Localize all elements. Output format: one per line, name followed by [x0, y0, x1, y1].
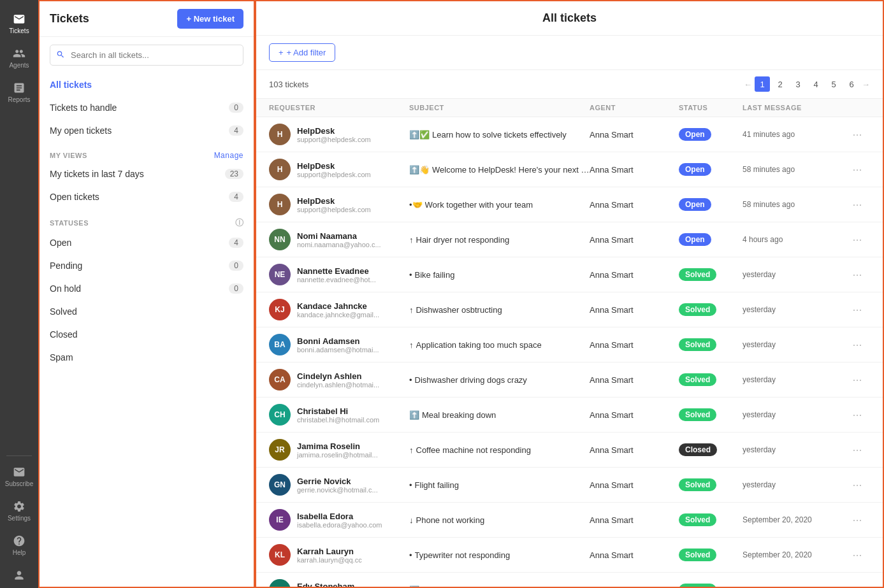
- sidebar-item-open[interactable]: Open 4: [40, 231, 254, 254]
- more-button[interactable]: ···: [844, 584, 870, 587]
- sidebar-item-tickets-to-handle[interactable]: Tickets to handle 0: [40, 96, 254, 119]
- sidebar-item-on-hold[interactable]: On hold 0: [40, 277, 254, 300]
- requester-cell: CH Christabel Hi christabel.hi@hotmail.c…: [269, 404, 409, 426]
- subject-cell: ⬆️ Speed boat failing: [409, 585, 590, 587]
- agent-cell: Anna Smart: [590, 445, 679, 455]
- sidebar-item-closed[interactable]: Closed: [40, 323, 254, 346]
- agent-cell: Anna Smart: [590, 165, 679, 175]
- status-cell: Solved: [679, 268, 743, 281]
- requester-email: christabel.hi@hotmail.com: [297, 416, 379, 424]
- requester-info: Gerrie Novick gerrie.novick@hotmail.c...: [297, 477, 378, 494]
- nav-item-reports[interactable]: Reports: [0, 75, 38, 110]
- sidebar-item-my-open-tickets[interactable]: My open tickets 4: [40, 119, 254, 142]
- sidebar: Tickets + New ticket All tickets Tickets…: [38, 0, 255, 588]
- table-row[interactable]: NE Nannette Evadnee nannette.evadnee@hot…: [256, 257, 883, 292]
- requester-email: bonni.adamsen@hotmai...: [297, 346, 379, 354]
- page-btn-5[interactable]: 5: [826, 76, 841, 92]
- avatar: NE: [269, 264, 291, 285]
- table-row[interactable]: KJ Kandace Jahncke kandace.jahncke@gmail…: [256, 292, 883, 327]
- nav-item-tickets[interactable]: Tickets: [0, 6, 38, 41]
- subject-cell: ⬆️👋 Welcome to HelpDesk! Here's your nex…: [409, 165, 590, 175]
- requester-cell: H HelpDesk support@helpdesk.com: [269, 124, 409, 145]
- more-button[interactable]: ···: [844, 478, 870, 492]
- agent-cell: Anna Smart: [590, 340, 679, 350]
- table-row[interactable]: ES Edy Stoneham edy.stoneham@yahoo.c... …: [256, 573, 883, 587]
- more-button[interactable]: ···: [844, 163, 870, 176]
- table-row[interactable]: CH Christabel Hi christabel.hi@hotmail.c…: [256, 398, 883, 433]
- avatar: CA: [269, 369, 291, 391]
- sidebar-item-my-tickets-last-7[interactable]: My tickets in last 7 days 23: [40, 162, 254, 185]
- more-button[interactable]: ···: [844, 408, 870, 422]
- table-row[interactable]: CA Cindelyn Ashlen cindelyn.ashlen@hotma…: [256, 362, 883, 398]
- table-row[interactable]: IE Isabella Edora isabella.edora@yahoo.c…: [256, 503, 883, 538]
- statuses-info-icon[interactable]: ⓘ: [235, 217, 244, 229]
- priority-icon: •: [409, 270, 412, 280]
- status-badge: Solved: [679, 408, 716, 421]
- page-btn-6[interactable]: 6: [844, 76, 859, 92]
- last-message: yesterday: [743, 340, 844, 349]
- more-button[interactable]: ···: [844, 303, 870, 317]
- page-btn-1[interactable]: 1: [755, 76, 770, 92]
- nav-item-help[interactable]: Help: [0, 528, 38, 563]
- requester-name: Nomi Naamana: [297, 231, 381, 241]
- manage-views-link[interactable]: Manage: [214, 151, 243, 160]
- filter-bar: + + Add filter: [256, 36, 883, 70]
- badge-on-hold: 0: [229, 283, 243, 294]
- more-button[interactable]: ···: [844, 513, 870, 527]
- more-button[interactable]: ···: [844, 233, 870, 247]
- sidebar-item-pending[interactable]: Pending 0: [40, 254, 254, 277]
- subject-text: Welcome to HelpDesk! Here's your next st…: [432, 165, 590, 175]
- last-message: yesterday: [743, 410, 844, 419]
- search-input[interactable]: [50, 45, 243, 66]
- table-row[interactable]: H HelpDesk support@helpdesk.com •🤝 Work …: [256, 187, 883, 222]
- nav-item-profile[interactable]: [0, 563, 38, 588]
- table-row[interactable]: JR Jamima Roselin jamima.roselin@hotmail…: [256, 433, 883, 468]
- sidebar-item-solved[interactable]: Solved: [40, 300, 254, 323]
- plus-icon: +: [279, 48, 284, 57]
- more-button[interactable]: ···: [844, 373, 870, 387]
- sidebar-item-spam[interactable]: Spam: [40, 346, 254, 369]
- add-filter-button[interactable]: + + Add filter: [269, 43, 335, 62]
- table-row[interactable]: KL Karrah Lauryn karrah.lauryn@qq.cc • T…: [256, 538, 883, 573]
- prev-page-arrow[interactable]: ←: [744, 80, 752, 89]
- more-button[interactable]: ···: [844, 268, 870, 282]
- subject-cell: ↓ Phone not working: [409, 515, 590, 525]
- last-message: 58 minutes ago: [743, 165, 844, 174]
- table-row[interactable]: H HelpDesk support@helpdesk.com ⬆️👋 Welc…: [256, 152, 883, 187]
- more-button[interactable]: ···: [844, 549, 870, 562]
- new-ticket-button[interactable]: + New ticket: [177, 9, 243, 29]
- sidebar-item-all-tickets[interactable]: All tickets: [40, 73, 254, 96]
- requester-cell: BA Bonni Adamsen bonni.adamsen@hotmai...: [269, 334, 409, 355]
- agent-cell: Anna Smart: [590, 480, 679, 490]
- table-row[interactable]: NN Nomi Naamana nomi.naamana@yahoo.c... …: [256, 222, 883, 257]
- page-btn-4[interactable]: 4: [808, 76, 823, 92]
- priority-icon: ⬆️👋: [409, 165, 430, 175]
- requester-info: Christabel Hi christabel.hi@hotmail.com: [297, 406, 379, 424]
- table-row[interactable]: GN Gerrie Novick gerrie.novick@hotmail.c…: [256, 468, 883, 503]
- more-button[interactable]: ···: [844, 198, 870, 212]
- sidebar-item-open-tickets[interactable]: Open tickets 4: [40, 185, 254, 208]
- subject-text: Application taking too much space: [416, 340, 542, 350]
- more-button[interactable]: ···: [844, 443, 870, 457]
- subject-text: Coffee machine not responding: [416, 445, 531, 455]
- table-row[interactable]: H HelpDesk support@helpdesk.com ⬆️✅ Lear…: [256, 117, 883, 152]
- avatar: JR: [269, 439, 291, 461]
- table-row[interactable]: BA Bonni Adamsen bonni.adamsen@hotmai...…: [256, 327, 883, 362]
- more-button[interactable]: ···: [844, 128, 870, 141]
- nav-item-subscribe[interactable]: Subscribe: [0, 459, 38, 494]
- search-box: [50, 45, 243, 66]
- page-btn-2[interactable]: 2: [772, 76, 788, 92]
- page-btn-3[interactable]: 3: [790, 76, 806, 92]
- avatar: KJ: [269, 299, 291, 320]
- requester-name: Jamima Roselin: [297, 441, 378, 451]
- col-subject: SUBJECT: [409, 104, 590, 111]
- requester-info: HelpDesk support@helpdesk.com: [297, 161, 371, 178]
- next-page-arrow[interactable]: →: [862, 80, 870, 89]
- nav-item-agents[interactable]: Agents: [0, 41, 38, 75]
- requester-email: support@helpdesk.com: [297, 136, 371, 143]
- requester-email: kandace.jahncke@gmail...: [297, 311, 379, 319]
- requester-name: Bonni Adamsen: [297, 336, 379, 346]
- nav-item-settings[interactable]: Settings: [0, 494, 38, 528]
- status-badge: Solved: [679, 478, 716, 491]
- more-button[interactable]: ···: [844, 338, 870, 352]
